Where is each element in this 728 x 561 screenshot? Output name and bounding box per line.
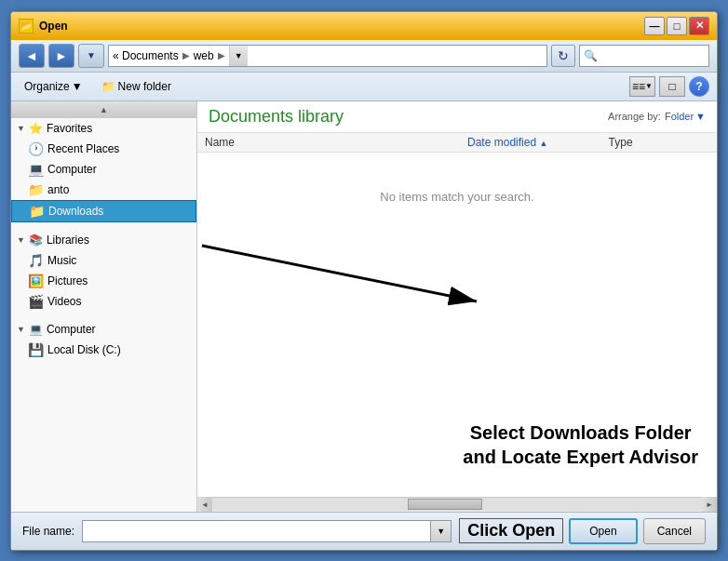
search-box[interactable]: 🔍 xyxy=(579,45,709,67)
recent-places-icon: 🕐 xyxy=(28,141,44,156)
address-part1: « Documents xyxy=(113,49,179,62)
computer-icon: 💻 xyxy=(28,162,44,177)
content-area: ▲ ▼ ⭐ Favorites 🕐 Recent Places 💻 Comput… xyxy=(11,101,717,512)
sidebar-item-computer[interactable]: 💻 Computer xyxy=(11,159,196,180)
downloads-icon: 📁 xyxy=(29,204,45,219)
new-folder-label: New folder xyxy=(118,80,171,93)
search-icon: 🔍 xyxy=(584,49,598,62)
help-button[interactable]: ? xyxy=(689,76,709,97)
no-items-message: No items match your search. xyxy=(380,190,533,204)
anto-icon: 📁 xyxy=(28,182,44,197)
organize-arrow: ▼ xyxy=(72,80,83,93)
organize-label: Organize xyxy=(24,80,70,93)
bottom-buttons: Click Open Open Cancel xyxy=(459,518,706,544)
arrange-arrow: ▼ xyxy=(695,111,706,122)
back-button[interactable]: ◄ xyxy=(19,44,45,68)
annotation-line2: and Locate Expert Advisor xyxy=(463,445,698,469)
libraries-header[interactable]: ▼ 📚 Libraries xyxy=(11,230,196,250)
annotation-overlay: Select Downloads Folder and Locate Exper… xyxy=(463,421,698,469)
window-title: Open xyxy=(39,20,68,33)
favorites-header[interactable]: ▼ ⭐ Favorites xyxy=(11,118,196,139)
sidebar-item-videos[interactable]: 🎬 Videos xyxy=(11,291,196,312)
maximize-button[interactable]: □ xyxy=(667,17,687,35)
click-open-label: Click Open xyxy=(459,518,563,543)
folder-icon: 📁 xyxy=(101,80,115,93)
downloads-label: Downloads xyxy=(48,205,103,218)
pictures-label: Pictures xyxy=(47,274,88,287)
libraries-section: ▼ 📚 Libraries 🎵 Music 🖼️ Pictures 🎬 Vide… xyxy=(11,230,196,312)
organize-button[interactable]: Organize ▼ xyxy=(19,78,88,95)
library-title: Documents library xyxy=(209,107,344,127)
recent-places-label: Recent Places xyxy=(47,142,119,155)
view-icon: ≡≡ xyxy=(632,80,645,93)
address-sep2: ▶ xyxy=(218,50,225,60)
h-scroll-track xyxy=(212,498,702,511)
main-panel: Documents library Arrange by: Folder ▼ N… xyxy=(197,101,717,512)
window-controls: — □ ✕ xyxy=(644,17,709,35)
sidebar-item-pictures[interactable]: 🖼️ Pictures xyxy=(11,271,196,291)
favorites-icon: ⭐ xyxy=(29,122,43,135)
h-scroll-right[interactable]: ► xyxy=(702,497,717,512)
local-disk-label: Local Disk (C:) xyxy=(47,343,121,356)
anto-label: anto xyxy=(47,183,69,196)
file-name-label: File name: xyxy=(22,525,74,538)
sidebar-item-music[interactable]: 🎵 Music xyxy=(11,250,196,271)
sort-arrow-icon: ▲ xyxy=(539,139,547,148)
window-icon: 📂 xyxy=(19,19,34,33)
view2-icon: □ xyxy=(668,80,675,93)
address-bar[interactable]: « Documents ▶ web ▶ ▼ xyxy=(108,45,547,67)
sidebar-item-recent-places[interactable]: 🕐 Recent Places xyxy=(11,139,196,159)
col-date-header[interactable]: Date modified ▲ xyxy=(407,136,609,149)
libraries-arrow: ▼ xyxy=(17,235,25,245)
refresh-button[interactable]: ↻ xyxy=(551,45,575,67)
sidebar-item-downloads[interactable]: 📁 Downloads xyxy=(11,200,196,222)
dropdown-button[interactable]: ▼ xyxy=(78,44,104,68)
videos-icon: 🎬 xyxy=(28,294,44,309)
cancel-button[interactable]: Cancel xyxy=(643,518,706,544)
col-type-header: Type xyxy=(609,136,709,149)
forward-button[interactable]: ► xyxy=(48,44,74,68)
h-scroll-thumb[interactable] xyxy=(408,499,482,510)
bottom-bar: File name: ▼ Click Open Open Cancel xyxy=(11,512,717,550)
toolbar2-right: ≡≡ ▼ □ ? xyxy=(629,76,709,97)
title-bar: 📂 Open — □ ✕ xyxy=(11,12,717,40)
favorites-section: ▼ ⭐ Favorites 🕐 Recent Places 💻 Computer… xyxy=(11,118,196,222)
favorites-arrow: ▼ xyxy=(17,124,25,133)
pictures-icon: 🖼️ xyxy=(28,274,44,288)
computer-section-icon: 💻 xyxy=(29,323,43,336)
view-option-button[interactable]: □ xyxy=(659,76,685,97)
h-scroll-left[interactable]: ◄ xyxy=(197,497,212,512)
close-button[interactable]: ✕ xyxy=(689,17,709,35)
libraries-label: Libraries xyxy=(47,234,89,247)
annotation-line1: Select Downloads Folder xyxy=(463,421,698,445)
file-name-input[interactable] xyxy=(82,520,431,542)
view-arrow: ▼ xyxy=(645,82,653,90)
favorites-label: Favorites xyxy=(47,122,92,135)
organize-toolbar: Organize ▼ 📁 New folder ≡≡ ▼ □ ? xyxy=(11,73,717,101)
file-type-dropdown[interactable]: ▼ xyxy=(431,520,452,542)
sidebar-scroll-up[interactable]: ▲ xyxy=(11,101,196,118)
main-header: Documents library Arrange by: Folder ▼ xyxy=(197,101,717,133)
minimize-button[interactable]: — xyxy=(644,17,665,35)
new-folder-button[interactable]: 📁 New folder xyxy=(94,78,179,95)
help-icon: ? xyxy=(695,80,702,93)
address-dropdown[interactable]: ▼ xyxy=(229,46,248,66)
local-disk-icon: 💾 xyxy=(28,342,44,357)
file-name-input-wrap: ▼ xyxy=(82,520,452,542)
file-list: No items match your search. Select Downl… xyxy=(197,153,717,497)
col-name-header[interactable]: Name xyxy=(205,136,407,149)
videos-label: Videos xyxy=(47,295,81,308)
address-toolbar: ◄ ► ▼ « Documents ▶ web ▶ ▼ ↻ 🔍 xyxy=(11,40,717,73)
address-sep1: ▶ xyxy=(182,50,190,60)
open-button[interactable]: Open xyxy=(569,518,637,544)
computer-header[interactable]: ▼ 💻 Computer xyxy=(11,319,196,340)
computer-section-label: Computer xyxy=(47,323,96,336)
computer-label: Computer xyxy=(47,163,97,176)
sidebar-item-local-disk[interactable]: 💾 Local Disk (C:) xyxy=(11,340,196,360)
col-date-text: Date modified xyxy=(467,136,536,149)
svg-line-1 xyxy=(202,246,477,301)
sidebar-item-anto[interactable]: 📁 anto xyxy=(11,180,196,200)
arrange-dropdown[interactable]: Folder ▼ xyxy=(665,111,706,122)
arrange-label: Arrange by: xyxy=(608,111,661,122)
view-toggle-button[interactable]: ≡≡ ▼ xyxy=(629,76,655,97)
